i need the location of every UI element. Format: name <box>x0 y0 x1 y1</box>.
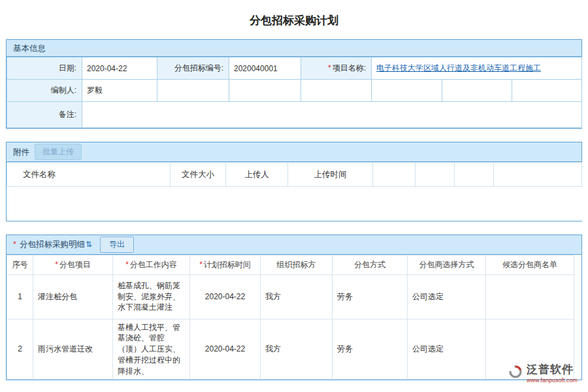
attachments-title: 附件 <box>13 142 29 162</box>
col-selection-label: 分包商选择方式 <box>419 260 474 269</box>
col-seq: 序号 <box>7 255 33 274</box>
col-plan-time-label: 计划招标时间 <box>204 260 251 269</box>
remark-value <box>82 102 582 128</box>
col-work-content-label: 分包工作内容 <box>130 260 177 269</box>
attachment-header-empty <box>494 163 582 187</box>
detail-title-wrap: * 分包招标采购明细 ⇅ <box>13 235 92 254</box>
cell-method: 劳务 <box>333 274 408 319</box>
cell-organizer: 我方 <box>261 319 333 380</box>
attachments-empty-row <box>7 187 582 221</box>
logo-name: 泛普软件 <box>527 364 578 376</box>
remark-label: 备注: <box>7 102 82 128</box>
bid-no-label: 分包招标编号: <box>157 57 229 80</box>
required-mark: * <box>55 260 58 269</box>
cell-selection: 公司选定 <box>408 274 486 319</box>
attachment-header-empty <box>416 163 455 187</box>
col-plan-time: *计划招标时间 <box>190 255 261 274</box>
cell-work-content: 基槽人工找平、管基浇砼、管腔（顶）人工压实、管槽开挖过程中的降排水、 <box>113 319 190 380</box>
attachments-header-row: 文件名称 文件大小 上传人 上传时间 <box>7 163 582 187</box>
cell-sub-project: 灌注桩分包 <box>33 274 113 319</box>
cell-seq: 2 <box>7 319 33 380</box>
cell-organizer: 我方 <box>261 274 333 319</box>
basic-info-row-3: 备注: <box>7 102 582 128</box>
attachment-header-empty <box>373 163 416 187</box>
cell-plan-time: 2020-04-22 <box>190 274 261 319</box>
detail-table-wrap: 序号 *分包项目 *分包工作内容 *计划招标时间 组织招标方 分包方式 分包商选… <box>7 255 581 380</box>
project-name-label-text: 项目名称: <box>333 63 366 73</box>
date-label: 日期: <box>7 57 82 80</box>
empty-cell <box>442 80 512 102</box>
col-file-size: 文件大小 <box>171 163 226 187</box>
cell-sub-project: 雨污水管道迁改 <box>33 319 113 380</box>
attachments-section: 附件 批量上传 文件名称 文件大小 上传人 上传时间 <box>6 142 582 221</box>
col-sub-project: *分包项目 <box>33 255 113 274</box>
author-label: 编制人: <box>7 80 82 102</box>
detail-table: 序号 *分包项目 *分包工作内容 *计划招标时间 组织招标方 分包方式 分包商选… <box>7 255 574 380</box>
table-row[interactable]: 2 雨污水管道迁改 基槽人工找平、管基浇砼、管腔（顶）人工压实、管槽开挖过程中的… <box>7 319 574 380</box>
detail-header: * 分包招标采购明细 ⇅ 导出 <box>7 235 581 255</box>
col-uploader: 上传人 <box>226 163 288 187</box>
required-mark: * <box>328 63 331 73</box>
project-name-link[interactable]: 电子科技大学区域人行道及非机动车道工程施工 <box>376 63 541 73</box>
basic-info-row-1: 日期: 2020-04-22 分包招标编号: 2020040001 *项目名称:… <box>7 57 582 80</box>
project-name-label: *项目名称: <box>301 57 372 80</box>
fanpu-logo-texts: 泛普软件 www.fanpusoft.com <box>527 364 578 384</box>
attachments-empty-area <box>7 187 582 221</box>
col-organizer-label: 组织招标方 <box>277 260 316 269</box>
empty-cell <box>372 80 442 102</box>
page-title: 分包招标采购计划 <box>0 0 588 39</box>
col-organizer: 组织招标方 <box>261 255 333 274</box>
col-candidates-label: 候选分包商名单 <box>502 260 557 269</box>
basic-info-table: 日期: 2020-04-22 分包招标编号: 2020040001 *项目名称:… <box>7 57 582 128</box>
attachment-header-empty <box>455 163 494 187</box>
col-work-content: *分包工作内容 <box>113 255 190 274</box>
basic-info-section: 基本信息 日期: 2020-04-22 分包招标编号: 2020040001 *… <box>6 39 582 129</box>
basic-info-row-2: 编制人: 罗毅 <box>7 80 582 102</box>
project-name-cell: 电子科技大学区域人行道及非机动车道工程施工 <box>372 57 582 80</box>
basic-info-title: 基本信息 <box>13 40 46 57</box>
required-mark: * <box>125 260 129 269</box>
cell-method: 劳务 <box>333 319 408 380</box>
attachments-header: 附件 批量上传 <box>7 142 581 162</box>
table-row[interactable]: 1 灌注桩分包 桩基成孔、钢筋笼制安、泥浆外弃、水下混凝土灌注 2020-04-… <box>7 274 574 319</box>
detail-header-row: 序号 *分包项目 *分包工作内容 *计划招标时间 组织招标方 分包方式 分包商选… <box>7 255 574 274</box>
col-method-label: 分包方式 <box>354 260 385 269</box>
fanpu-logo-icon <box>508 364 523 380</box>
export-button[interactable]: 导出 <box>100 237 134 253</box>
empty-cell <box>301 80 372 102</box>
detail-title: 分包招标采购明细 <box>20 235 85 254</box>
col-selection: 分包商选择方式 <box>408 255 486 274</box>
col-file-name: 文件名称 <box>7 163 171 187</box>
col-method: 分包方式 <box>333 255 408 274</box>
col-candidates: 候选分包商名单 <box>486 255 574 274</box>
col-upload-time: 上传时间 <box>288 163 373 187</box>
batch-upload-button[interactable]: 批量上传 <box>35 144 82 160</box>
sort-icon[interactable]: ⇅ <box>86 235 92 254</box>
required-mark: * <box>13 235 16 254</box>
author-value: 罗毅 <box>82 80 157 102</box>
required-mark: * <box>199 260 203 269</box>
fanpu-logo: 泛普软件 www.fanpusoft.com <box>508 364 578 384</box>
detail-section: * 分包招标采购明细 ⇅ 导出 序号 *分包项目 *分包工作内容 *计划招标时间 <box>6 235 582 381</box>
col-sub-project-label: 分包项目 <box>59 260 91 269</box>
cell-selection: 公司选定 <box>408 319 486 380</box>
col-seq-label: 序号 <box>12 260 28 269</box>
empty-cell <box>157 80 229 102</box>
cell-seq: 1 <box>7 274 33 319</box>
page: 分包招标采购计划 基本信息 日期: 2020-04-22 分包招标编号: 202… <box>0 0 588 380</box>
logo-url: www.fanpusoft.com <box>527 378 578 384</box>
bid-no-value: 2020040001 <box>229 57 301 80</box>
empty-cell <box>512 80 582 102</box>
date-value: 2020-04-22 <box>82 57 157 80</box>
attachments-table: 文件名称 文件大小 上传人 上传时间 <box>7 162 582 221</box>
empty-cell <box>229 80 301 102</box>
cell-plan-time: 2020-04-22 <box>190 319 261 380</box>
cell-work-content: 桩基成孔、钢筋笼制安、泥浆外弃、水下混凝土灌注 <box>113 274 190 319</box>
cell-candidates <box>486 274 574 319</box>
basic-info-header: 基本信息 <box>7 40 581 57</box>
